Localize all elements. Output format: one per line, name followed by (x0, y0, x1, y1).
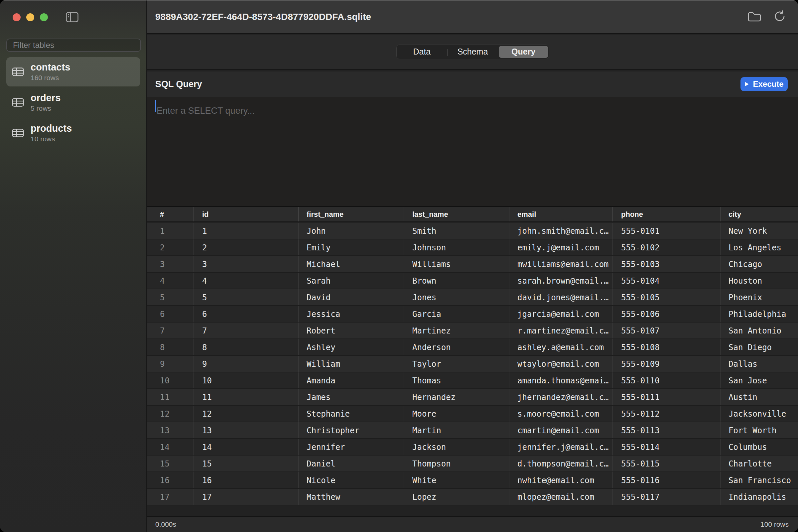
cell-city: Chicago (720, 256, 798, 272)
cell-first-name: Ashley (298, 339, 404, 355)
table-row[interactable]: 14 14 Jennifer Jackson jennifer.j@email.… (147, 439, 798, 456)
cell-phone: 555-0109 (612, 356, 720, 372)
cell-city: San Antonio (720, 323, 798, 339)
table-row[interactable]: 16 16 Nicole White nwhite@email.com 555-… (147, 472, 798, 489)
table-row-count: 10 rows (31, 135, 72, 143)
execute-button[interactable]: Execute (740, 77, 788, 91)
cell-email: jgarcia@email.com (509, 306, 612, 322)
table-row[interactable]: 4 4 Sarah Brown sarah.brown@email.… 555-… (147, 273, 798, 289)
query-editor-placeholder: Enter a SELECT query... (157, 106, 255, 116)
table-row-count: 5 rows (31, 104, 60, 113)
table-row[interactable]: 13 13 Christopher Martin cmartin@email.c… (147, 422, 798, 439)
column-header[interactable]: email (509, 207, 612, 222)
sidebar-table-item[interactable]: orders 5 rows (6, 88, 140, 117)
text-cursor (155, 100, 156, 112)
tab-segment[interactable]: Query (499, 46, 548, 58)
view-segmented-control: Data Schema Query (396, 44, 549, 59)
cell-email: nwhite@email.com (509, 472, 612, 488)
tab-label: Query (511, 47, 535, 57)
cell-last-name: Anderson (404, 339, 509, 355)
cell-row-number: 3 (147, 256, 193, 272)
table-row[interactable]: 9 9 William Taylor wtaylor@email.com 555… (147, 356, 798, 373)
cell-id: 1 (193, 223, 298, 239)
table-row[interactable]: 6 6 Jessica Garcia jgarcia@email.com 555… (147, 306, 798, 323)
cell-first-name: James (298, 389, 404, 405)
tab-segment[interactable]: Data (397, 46, 447, 58)
cell-last-name: Brown (404, 273, 509, 289)
cell-last-name: Jackson (404, 439, 509, 455)
cell-first-name: John (298, 223, 404, 239)
cell-email: mlopez@email.com (509, 489, 612, 505)
cell-email: s.moore@email.com (509, 406, 612, 422)
column-header[interactable]: # (147, 207, 193, 222)
table-row[interactable]: 12 12 Stephanie Moore s.moore@email.com … (147, 406, 798, 422)
tab-label: Schema (457, 47, 488, 57)
cell-phone: 555-0102 (612, 240, 720, 255)
window-title: 9889A302-72EF-464D-8573-4D877920DDFA.sql… (155, 0, 371, 34)
table-row[interactable]: 10 10 Amanda Thomas amanda.thomas@emai… … (147, 373, 798, 389)
cell-id: 17 (193, 489, 298, 505)
cell-last-name: Martin (404, 422, 509, 438)
cell-last-name: Martinez (404, 323, 509, 339)
zoom-window-button[interactable] (40, 13, 48, 21)
open-file-button[interactable] (747, 11, 761, 24)
column-header[interactable]: id (193, 207, 298, 222)
cell-id: 13 (193, 422, 298, 438)
query-editor[interactable]: Enter a SELECT query... (147, 97, 798, 206)
table-row[interactable]: 1 1 John Smith john.smith@email.c… 555-0… (147, 223, 798, 240)
cell-phone: 555-0101 (612, 223, 720, 239)
table-row[interactable]: 5 5 David Jones david.jones@email.… 555-… (147, 289, 798, 306)
table-name: orders (31, 92, 60, 103)
column-header[interactable]: last_name (404, 207, 509, 222)
cell-phone: 555-0105 (612, 289, 720, 305)
cell-last-name: Williams (404, 256, 509, 272)
table-list: contacts 160 rows orders 5 rows (0, 57, 147, 148)
cell-city: Fort Worth (720, 422, 798, 438)
column-header[interactable]: city (720, 207, 798, 222)
table-icon (12, 98, 24, 107)
cell-row-number: 12 (147, 406, 193, 422)
tab-segment[interactable]: Schema (448, 46, 497, 58)
cell-row-number: 7 (147, 323, 193, 339)
table-row[interactable]: 11 11 James Hernandez jhernandez@email.c… (147, 389, 798, 406)
cell-row-number: 8 (147, 339, 193, 355)
cell-first-name: Michael (298, 256, 404, 272)
sidebar-table-item[interactable]: products 10 rows (6, 118, 140, 148)
table-icon (12, 129, 24, 137)
table-row[interactable]: 2 2 Emily Johnson emily.j@email.com 555-… (147, 240, 798, 256)
results-header-row: # id first_name last_name email phone ci… (147, 206, 798, 222)
cell-last-name: Jones (404, 289, 509, 305)
column-header[interactable]: phone (612, 207, 720, 222)
cell-id: 15 (193, 456, 298, 472)
table-row[interactable]: 3 3 Michael Williams mwilliams@email.com… (147, 256, 798, 273)
table-row[interactable]: 17 17 Matthew Lopez mlopez@email.com 555… (147, 489, 798, 506)
cell-first-name: Emily (298, 240, 404, 255)
cell-phone: 555-0110 (612, 373, 720, 388)
cell-row-number: 16 (147, 472, 193, 488)
cell-city: New York (720, 223, 798, 239)
cell-id: 4 (193, 273, 298, 289)
cell-first-name: Robert (298, 323, 404, 339)
cell-phone: 555-0112 (612, 406, 720, 422)
sidebar: contacts 160 rows orders 5 rows (0, 0, 147, 532)
table-row[interactable]: 7 7 Robert Martinez r.martinez@email.c… … (147, 323, 798, 339)
close-window-button[interactable] (13, 13, 21, 21)
table-name: products (31, 123, 72, 134)
refresh-button[interactable] (773, 10, 786, 24)
table-name: contacts (31, 61, 70, 73)
cell-first-name: Christopher (298, 422, 404, 438)
cell-row-number: 5 (147, 289, 193, 305)
minimize-window-button[interactable] (26, 13, 34, 21)
cell-email: david.jones@email.… (509, 289, 612, 305)
cell-email: r.martinez@email.c… (509, 323, 612, 339)
table-row[interactable]: 8 8 Ashley Anderson ashley.a@email.com 5… (147, 339, 798, 356)
filter-tables-input[interactable] (6, 39, 141, 52)
cell-phone: 555-0107 (612, 323, 720, 339)
table-row[interactable]: 15 15 Daniel Thompson d.thompson@email.c… (147, 456, 798, 472)
status-bar: 0.000s 100 rows (147, 516, 798, 532)
sidebar-toggle-icon[interactable] (66, 12, 78, 24)
cell-id: 7 (193, 323, 298, 339)
column-header[interactable]: first_name (298, 207, 404, 222)
cell-id: 6 (193, 306, 298, 322)
sidebar-table-item[interactable]: contacts 160 rows (6, 57, 140, 87)
